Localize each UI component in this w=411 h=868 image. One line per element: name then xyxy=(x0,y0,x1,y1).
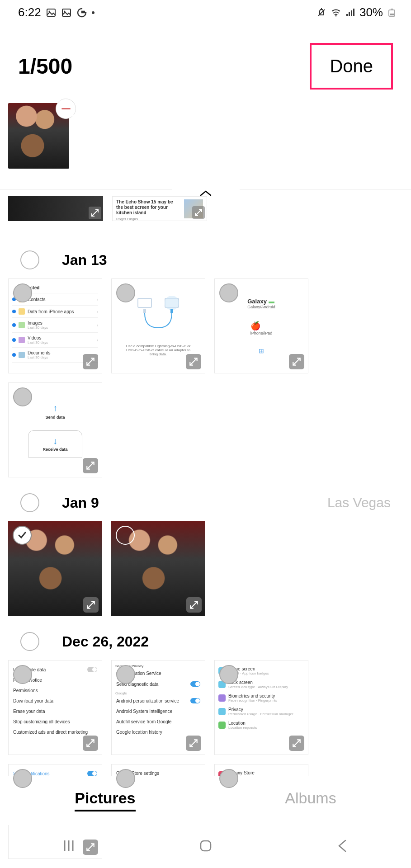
tab-albums[interactable]: Albums xyxy=(285,789,336,811)
cell-check[interactable] xyxy=(116,665,135,684)
expand-icon[interactable] xyxy=(83,354,98,369)
grid-cell[interactable]: 5 selected Contacts› Data from iPhone ap… xyxy=(8,278,102,373)
grid-jan13: 5 selected Contacts› Data from iPhone ap… xyxy=(0,278,411,477)
cell-check[interactable] xyxy=(13,283,32,302)
section-location: Las Vegas xyxy=(327,495,391,510)
grid-cell[interactable]: ↑Send data ↓Receive data xyxy=(8,382,102,477)
grid-jan9 xyxy=(0,521,411,616)
battery-icon xyxy=(387,7,397,18)
cell-check[interactable] xyxy=(219,283,238,302)
grid-cell[interactable]: Galaxy▬Galaxy/Android 🍎iPhone/iPad ⊞ xyxy=(214,278,308,373)
grid-cell[interactable]: Home screenLayout · App icon badges Lock… xyxy=(214,660,308,755)
grid-cell[interactable]: Samsung Privacy Customization Service Se… xyxy=(111,660,205,755)
status-right: 30% xyxy=(316,5,397,19)
expand-icon[interactable] xyxy=(186,736,201,751)
select-all-check[interactable] xyxy=(20,493,39,512)
svg-rect-16 xyxy=(170,309,173,313)
status-left: 6:22 xyxy=(18,5,94,19)
grid-cell[interactable] xyxy=(111,521,205,616)
grid-cell[interactable]: Use a compatible Lightning-to-USB-C or U… xyxy=(111,278,205,373)
section-header: Dec 26, 2022 xyxy=(0,616,411,660)
cell-check[interactable] xyxy=(116,526,135,545)
cell-check[interactable] xyxy=(116,283,135,302)
nav-bar xyxy=(0,825,411,868)
signal-icon xyxy=(345,7,356,18)
cell-check[interactable] xyxy=(13,665,32,684)
expand-icon[interactable] xyxy=(186,597,202,613)
expand-icon[interactable] xyxy=(83,458,98,473)
cell-check[interactable] xyxy=(13,769,32,788)
nav-recents[interactable] xyxy=(61,838,77,856)
section-title: Jan 13 xyxy=(62,252,107,269)
remove-button[interactable] xyxy=(56,99,76,119)
strip-thumb[interactable]: The Echo Show 15 may be the best screen … xyxy=(112,196,207,221)
expand-icon[interactable] xyxy=(289,354,304,369)
grid-cell[interactable] xyxy=(8,521,102,616)
svg-rect-0 xyxy=(47,9,55,16)
status-bar: 6:22 30% xyxy=(0,0,411,25)
svg-rect-8 xyxy=(353,9,354,16)
nav-back[interactable] xyxy=(335,838,351,856)
section-header: Jan 13 xyxy=(0,235,411,278)
section-header: Jan 9 Las Vegas xyxy=(0,477,411,521)
bottom-tabs: Pictures Albums xyxy=(0,776,411,825)
svg-rect-10 xyxy=(391,9,393,10)
status-dot xyxy=(92,11,94,14)
svg-rect-20 xyxy=(201,841,211,851)
select-all-check[interactable] xyxy=(20,632,39,651)
svg-rect-15 xyxy=(143,309,146,313)
strip-row: The Echo Show 15 may be the best screen … xyxy=(0,189,411,235)
svg-rect-11 xyxy=(390,14,394,15)
header: 1/500 Done xyxy=(0,25,411,103)
selection-count: 1/500 xyxy=(18,54,72,79)
selected-thumb[interactable] xyxy=(8,103,69,169)
google-icon xyxy=(76,7,87,18)
battery-percent: 30% xyxy=(359,5,383,19)
grid-cell[interactable]: Use mobile data Privacy Notice Permissio… xyxy=(8,660,102,755)
tab-pictures[interactable]: Pictures xyxy=(75,789,135,811)
cell-check[interactable] xyxy=(219,769,238,788)
svg-rect-5 xyxy=(346,14,348,16)
expand-icon[interactable] xyxy=(83,597,99,613)
article-author: Roger Fingas xyxy=(116,217,180,222)
article-title: The Echo Show 15 may be the best screen … xyxy=(116,199,180,222)
wifi-icon xyxy=(331,7,341,18)
section-title: Jan 9 xyxy=(62,495,99,511)
svg-point-14 xyxy=(165,296,179,310)
expand-icon[interactable] xyxy=(186,354,201,369)
nav-home[interactable] xyxy=(198,838,214,856)
cable-illustration xyxy=(131,296,185,332)
svg-point-4 xyxy=(335,15,336,16)
cell-check[interactable] xyxy=(13,387,32,406)
done-button[interactable]: Done xyxy=(310,43,393,90)
cell-check[interactable] xyxy=(116,769,135,788)
selected-row xyxy=(0,103,411,169)
expand-icon[interactable] xyxy=(89,207,101,219)
cell-check[interactable] xyxy=(13,526,32,545)
cell-check[interactable] xyxy=(219,665,238,684)
vibrate-icon xyxy=(316,7,327,18)
expand-icon[interactable] xyxy=(289,736,304,751)
photo-icon-2 xyxy=(61,7,72,18)
expand-icon[interactable] xyxy=(83,736,98,751)
svg-rect-6 xyxy=(349,12,350,16)
select-all-check[interactable] xyxy=(20,250,39,269)
checkmark-icon xyxy=(17,530,27,540)
strip-thumb[interactable] xyxy=(8,196,103,221)
svg-rect-7 xyxy=(351,10,352,16)
photo-icon-1 xyxy=(46,7,57,18)
svg-rect-12 xyxy=(138,298,151,307)
svg-rect-2 xyxy=(62,9,71,16)
expand-icon[interactable] xyxy=(192,206,205,219)
divider xyxy=(0,189,411,189)
section-title: Dec 26, 2022 xyxy=(62,633,149,650)
status-time: 6:22 xyxy=(18,5,41,19)
